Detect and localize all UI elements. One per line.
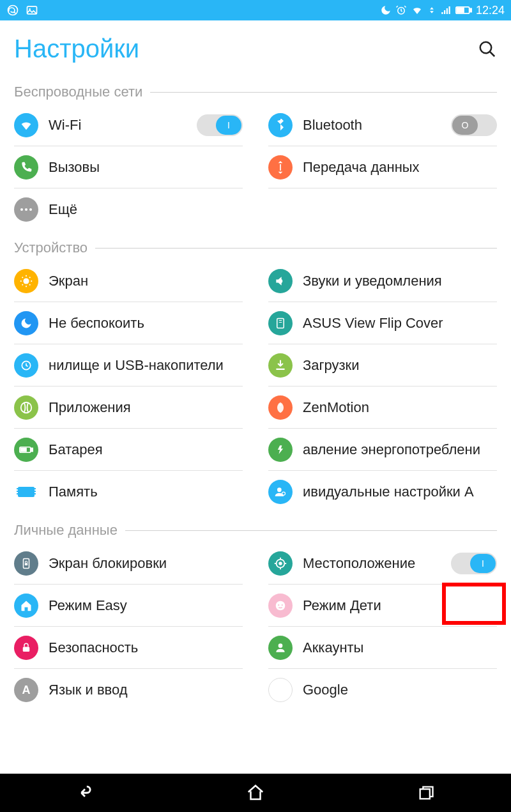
item-security[interactable]: Безопасность <box>14 627 243 669</box>
item-label: Загрузки <box>303 357 497 374</box>
battery-icon <box>455 5 472 15</box>
recent-button[interactable] <box>414 781 438 805</box>
lock-icon <box>14 636 38 660</box>
updown-icon <box>427 4 436 16</box>
svg-point-9 <box>25 208 27 211</box>
svg-rect-5 <box>469 8 471 11</box>
more-icon <box>14 197 38 222</box>
divider <box>95 248 497 249</box>
svg-rect-17 <box>31 448 33 451</box>
svg-rect-12 <box>277 318 284 328</box>
svg-point-27 <box>282 492 286 495</box>
account-icon <box>268 636 293 660</box>
item-label: Местоположение <box>303 555 441 572</box>
item-label: Язык и ввод <box>49 682 243 698</box>
divider <box>150 92 497 93</box>
section-personal: Личные данные <box>0 513 511 542</box>
item-downloads[interactable]: Загрузки <box>268 344 497 387</box>
item-easy[interactable]: Режим Easy <box>14 585 243 627</box>
section-wireless: Беспроводные сети <box>0 75 511 104</box>
power-icon <box>268 438 293 462</box>
item-calls[interactable]: Вызовы <box>14 146 243 188</box>
svg-rect-21 <box>17 491 18 492</box>
item-dnd[interactable]: Не беспокоить <box>14 302 243 344</box>
wifi-icon <box>14 113 38 137</box>
moon-icon <box>380 4 392 16</box>
svg-rect-20 <box>17 488 18 489</box>
item-label: ASUS View Flip Cover <box>303 315 497 332</box>
svg-point-33 <box>278 604 279 605</box>
item-location[interactable]: Местоположение I <box>268 542 497 585</box>
home-icon <box>14 594 38 618</box>
item-label: Экран <box>49 273 243 289</box>
item-label: Звуки и уведомления <box>303 273 497 289</box>
item-label: Вызовы <box>49 159 243 176</box>
item-accounts[interactable]: Аккаунты <box>268 627 497 669</box>
svg-rect-18 <box>21 448 26 451</box>
svg-rect-6 <box>457 8 464 13</box>
alarm-icon <box>395 4 407 16</box>
status-time: 12:24 <box>476 4 505 17</box>
item-sound[interactable]: Звуки и уведомления <box>268 260 497 302</box>
item-label: Передача данных <box>303 159 497 176</box>
item-label: Google <box>303 682 497 698</box>
search-button[interactable] <box>478 40 497 59</box>
item-flipcover[interactable]: ASUS View Flip Cover <box>268 302 497 344</box>
svg-point-26 <box>277 487 282 492</box>
item-storage[interactable]: нилище и USB-накопители <box>14 344 243 387</box>
item-label: Не беспокоить <box>49 315 243 332</box>
wifi-toggle[interactable]: I <box>197 114 243 136</box>
page-title: Настройки <box>14 34 139 63</box>
item-data[interactable]: Передача данных <box>268 146 497 188</box>
item-more[interactable]: Ещё <box>14 188 243 231</box>
svg-point-10 <box>29 208 32 211</box>
divider <box>125 530 497 531</box>
item-asuscust[interactable]: ивидуальные настройки A <box>268 471 497 513</box>
svg-point-11 <box>23 278 29 284</box>
svg-rect-19 <box>18 487 34 497</box>
svg-rect-24 <box>34 491 36 492</box>
sound-icon <box>268 269 293 293</box>
whatsapp-icon <box>6 4 19 17</box>
item-label: авление энергопотреблени <box>303 441 497 458</box>
item-google[interactable]: G Google <box>268 669 497 711</box>
item-lockscreen[interactable]: Экран блокировки <box>14 542 243 585</box>
item-display[interactable]: Экран <box>14 260 243 302</box>
svg-point-0 <box>8 6 18 15</box>
svg-rect-25 <box>34 493 36 494</box>
item-zenmotion[interactable]: ZenMotion <box>268 387 497 429</box>
item-label: Безопасность <box>49 640 243 656</box>
user-settings-icon <box>268 480 293 504</box>
item-power[interactable]: авление энергопотреблени <box>268 429 497 471</box>
svg-point-31 <box>279 562 282 565</box>
location-toggle[interactable]: I <box>451 553 497 574</box>
item-bluetooth[interactable]: Bluetooth O <box>268 104 497 146</box>
item-memory[interactable]: Память <box>14 471 243 513</box>
svg-rect-35 <box>23 647 30 652</box>
svg-rect-22 <box>17 493 18 494</box>
item-label: ивидуальные настройки A <box>303 484 497 500</box>
section-personal-title: Личные данные <box>14 522 118 539</box>
item-kids[interactable]: Режим Дети <box>268 585 497 627</box>
item-label: Аккаунты <box>303 640 497 656</box>
apps-icon <box>14 395 38 420</box>
item-battery[interactable]: Батарея <box>14 429 243 471</box>
svg-point-7 <box>480 42 492 53</box>
item-label: ZenMotion <box>303 399 497 416</box>
status-bar: 12:24 <box>0 0 511 20</box>
item-label: Режим Дети <box>303 597 497 614</box>
section-device: Устройство <box>0 231 511 260</box>
item-language[interactable]: A Язык и ввод <box>14 669 243 711</box>
location-icon <box>268 551 293 576</box>
item-wifi[interactable]: Wi-Fi I <box>14 104 243 146</box>
bluetooth-toggle[interactable]: O <box>451 114 497 136</box>
display-icon <box>14 269 38 293</box>
svg-point-14 <box>21 402 32 413</box>
data-icon <box>268 155 293 180</box>
home-button[interactable] <box>243 781 268 805</box>
item-apps[interactable]: Приложения <box>14 387 243 429</box>
svg-point-34 <box>282 604 283 605</box>
back-button[interactable] <box>73 781 97 805</box>
item-label: Ещё <box>49 201 243 218</box>
svg-rect-29 <box>25 563 28 565</box>
